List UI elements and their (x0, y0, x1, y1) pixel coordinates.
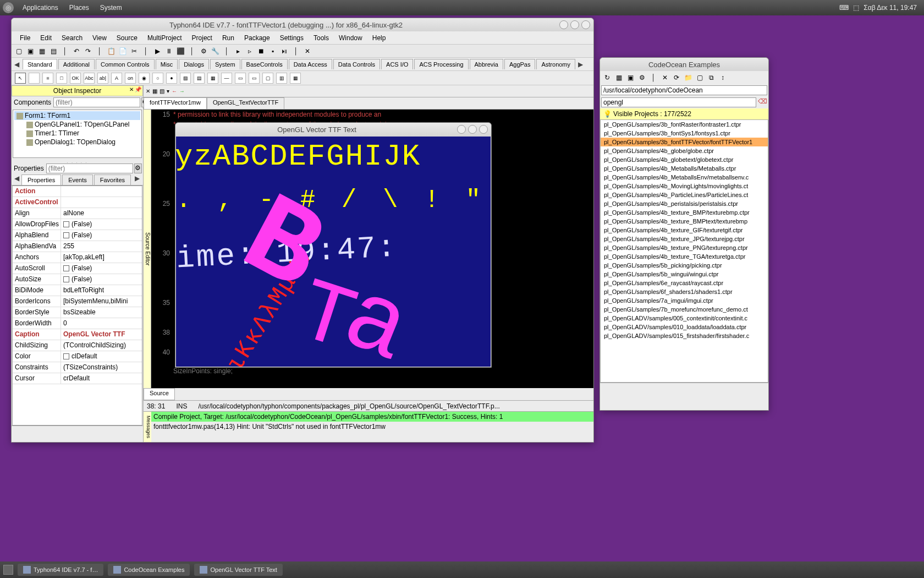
palette-scroll-right-icon[interactable]: ▶ (575, 61, 585, 68)
codeocean-tool-icon[interactable]: ▦ (614, 73, 624, 83)
toolbar-icon[interactable]: ✕ (302, 46, 312, 56)
property-row[interactable]: ChildSizing(TControlChildSizing) (13, 340, 142, 351)
palette-tab[interactable]: ACS I/O (381, 59, 413, 69)
selection-tool-icon[interactable]: ↖ (15, 73, 26, 84)
filter-button-icon[interactable]: ⚙ (134, 163, 142, 173)
toolbar-icon[interactable]: 🔧 (210, 46, 220, 56)
codeocean-tool-icon[interactable]: │ (648, 73, 658, 83)
editor-icon[interactable]: ▧ (160, 88, 164, 94)
project-item[interactable]: pl_OpenGL/samples/4b_ParticleLines/Parti… (601, 190, 768, 199)
toolbar-icon[interactable]: ▢ (14, 46, 24, 56)
palette-widget[interactable] (29, 73, 40, 84)
palette-widget[interactable]: — (221, 73, 232, 84)
property-row[interactable]: Constraints(TSizeConstraints) (13, 362, 142, 373)
codeocean-filter-input[interactable] (601, 97, 756, 107)
toolbar-icon[interactable]: │ (187, 46, 197, 56)
project-item[interactable]: pl_OpenGL/samples/4b_texture_GIF/texture… (601, 226, 768, 235)
editor-icon[interactable]: ▦ (152, 88, 157, 94)
codeocean-tool-icon[interactable]: ⚙ (637, 73, 647, 83)
project-item[interactable]: pl_OpenGL/samples/6e_raycast/raycast.ctp… (601, 279, 768, 287)
codeocean-path-input[interactable] (601, 85, 767, 95)
codeocean-tool-icon[interactable]: ↻ (602, 73, 612, 83)
property-row[interactable]: AlphaBlend(False) (13, 230, 142, 241)
codeocean-tool-icon[interactable]: 📁 (683, 73, 693, 83)
codeocean-tool-icon[interactable]: ⟳ (672, 73, 681, 83)
prop-tab[interactable]: Properties (21, 175, 61, 185)
clear-filter-icon[interactable]: ⌫ (758, 97, 767, 107)
close-icon[interactable]: ✕ (129, 86, 134, 92)
maximize-icon[interactable] (468, 125, 477, 134)
palette-tab[interactable]: Data Access (289, 59, 332, 69)
codeocean-tool-icon[interactable]: ⧉ (706, 73, 716, 83)
menu-window[interactable]: Window (334, 32, 367, 43)
project-item[interactable]: pl_OpenGL/samples/4b_Metaballs/Metaballs… (601, 164, 768, 173)
compile-success-message[interactable]: Compile Project, Target: /usr/local/code… (151, 412, 593, 422)
menu-package[interactable]: Package (239, 32, 275, 43)
project-item[interactable]: pl_OpenGL/samples/3b_fontTTFVector/fontT… (601, 138, 768, 146)
property-row[interactable]: BorderStylebsSizeable (13, 307, 142, 318)
toolbar-icon[interactable]: ✂ (129, 46, 139, 56)
toolbar-icon[interactable]: ▸ (233, 46, 243, 56)
palette-widget[interactable]: ▥ (276, 73, 287, 84)
toolbar-icon[interactable]: ▹ (245, 46, 255, 56)
project-item[interactable]: pl_OpenGL/samples/5b_wingui/wingui.ctpr (601, 270, 768, 279)
menu-file[interactable]: File (15, 32, 35, 43)
tree-node[interactable]: OpenGLPanel1: TOpenGLPanel (14, 120, 140, 129)
palette-widget[interactable]: on (125, 73, 136, 84)
palette-tab[interactable]: Dialogs (179, 59, 209, 69)
menu-edit[interactable]: Edit (35, 32, 57, 43)
toolbar-icon[interactable]: ▤ (48, 46, 58, 56)
editor-tab[interactable]: fontTTFVector1mw (144, 97, 207, 109)
toolbar-icon[interactable]: │ (60, 46, 70, 56)
toolbar-icon[interactable]: │ (95, 46, 105, 56)
project-item[interactable]: pl_OpenGL/samples/4b_globetext/globetext… (601, 155, 768, 164)
palette-widget[interactable]: OK (70, 73, 81, 84)
minimize-icon[interactable] (559, 20, 568, 29)
menu-source[interactable]: Source (112, 32, 142, 43)
toolbar-icon[interactable]: ⏹ (256, 46, 266, 56)
ide-titlebar[interactable]: Typhon64 IDE v7.7 - fontTTFVector1 (debu… (12, 18, 593, 31)
palette-widget[interactable]: ▭ (235, 73, 246, 84)
keyboard-icon[interactable]: ⌨ (839, 4, 849, 12)
close-tab-icon[interactable]: ✕ (146, 88, 150, 94)
project-list[interactable]: pl_OpenGL/samples/3b_fontRaster/fontrast… (600, 119, 768, 383)
taskbar-entry[interactable]: Typhon64 IDE v7.7 - f… (18, 564, 103, 576)
palette-tab[interactable]: Additional (58, 59, 95, 69)
palette-tab[interactable]: BaseControls (241, 59, 288, 69)
tree-node[interactable]: Form1: TForm1 (14, 111, 140, 120)
project-item[interactable]: pl_OpenGL/samples/4b_texture_BMP/texture… (601, 208, 768, 217)
codeocean-tool-icon[interactable]: ▣ (625, 73, 635, 83)
project-item[interactable]: pl_OpenGL/samples/4b_texture_TGA/texture… (601, 252, 768, 261)
palette-widget[interactable]: ○ (152, 73, 163, 84)
toolbar-icon[interactable]: ↶ (72, 46, 81, 56)
palette-tab[interactable]: Abbrevia (470, 59, 503, 69)
property-row[interactable]: Action (13, 186, 142, 197)
palette-widget[interactable]: ◉ (139, 73, 150, 84)
tray-icon[interactable]: ⬚ (853, 4, 859, 12)
project-item[interactable]: pl_OpenGL/samples/4b_peristalsis/perista… (601, 199, 768, 208)
palette-scroll-left-icon[interactable]: ◀ (12, 61, 21, 68)
property-row[interactable]: CaptionOpenGL Vector TTF (13, 329, 142, 340)
project-item[interactable]: pl_OpenGL/samples/6f_shaders1/shaders1.c… (601, 287, 768, 296)
palette-widget[interactable]: ▢ (262, 73, 273, 84)
toolbar-icon[interactable]: │ (222, 46, 232, 56)
toolbar-icon[interactable]: ⚙ (199, 46, 208, 56)
project-item[interactable]: pl_OpenGL/samples/3b_fontRaster/fontrast… (601, 120, 768, 129)
project-item[interactable]: pl_OpenGL/samples/4b_texture_BMPtext/tex… (601, 217, 768, 226)
tree-node[interactable]: Timer1: TTimer (14, 129, 140, 138)
project-item[interactable]: pl_OpenGLADV/samples/010_loaddata/loadda… (601, 323, 768, 331)
toolbar-icon[interactable]: ▦ (37, 46, 47, 56)
project-item[interactable]: pl_OpenGL/samples/4b_globe/globe.ctpr (601, 146, 768, 155)
close-icon[interactable] (581, 20, 590, 29)
property-row[interactable]: BiDiModebdLeftToRight (13, 285, 142, 296)
palette-tab[interactable]: AggPas (504, 59, 536, 69)
apps-menu[interactable]: Applications (17, 4, 64, 12)
project-item[interactable]: pl_OpenGL/samples/3b_fontSys1/fontsys1.c… (601, 129, 768, 138)
palette-widget[interactable]: ▭ (249, 73, 260, 84)
palette-widget[interactable]: ▤ (194, 73, 205, 84)
property-row[interactable]: CursorcrDefault (13, 373, 142, 384)
show-desktop-icon[interactable] (3, 565, 13, 575)
pin-icon[interactable]: 📌 (135, 86, 141, 92)
properties-filter-input[interactable] (46, 163, 133, 173)
nav-back-icon[interactable]: ← (172, 88, 177, 94)
